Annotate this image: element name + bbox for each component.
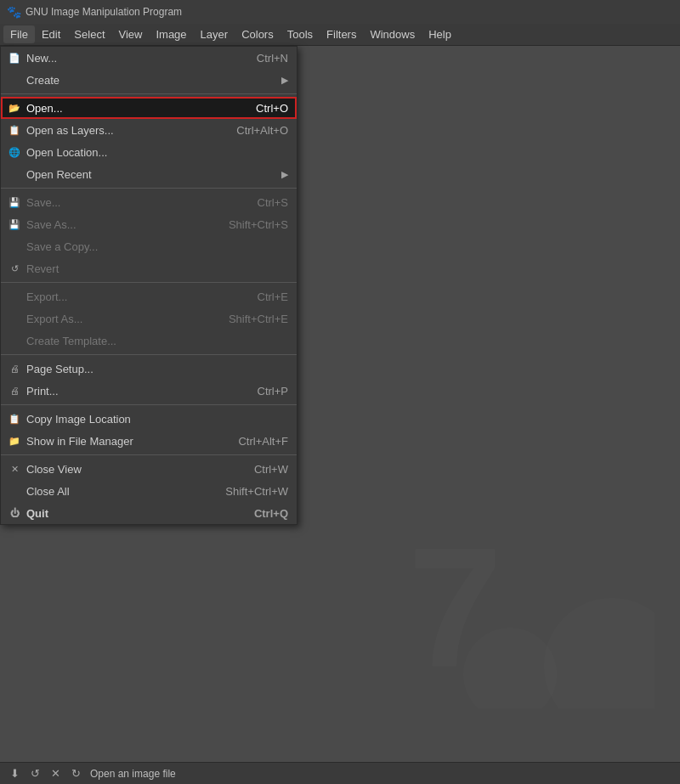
app-title: GNU Image Manipulation Program — [26, 6, 182, 18]
menu-bar-item-windows[interactable]: Windows — [363, 25, 422, 43]
menu-item-open-as-layers[interactable]: 📋Open as Layers...Ctrl+Alt+O — [1, 119, 297, 141]
menu-bar-item-edit[interactable]: Edit — [35, 25, 67, 43]
title-bar: 🐾 GNU Image Manipulation Program — [0, 0, 680, 24]
menu-item-open-recent[interactable]: Open Recent▶ — [1, 163, 297, 185]
menu-item-label-create-template: Create Template... — [26, 335, 288, 347]
menu-item-icon-open-as-layers: 📋 — [8, 123, 21, 137]
menu-bar-item-file[interactable]: File — [3, 25, 35, 43]
menu-item-arrow-open-recent: ▶ — [281, 169, 288, 180]
menu-item-label-page-setup: Page Setup... — [26, 363, 288, 375]
menu-item-icon-revert: ↺ — [8, 262, 21, 275]
menu-item-icon-quit: ⏻ — [8, 506, 21, 520]
menu-item-icon-save-as: 💾 — [8, 217, 21, 231]
menu-separator-after-open-recent — [1, 188, 297, 189]
menu-item-copy-image-location[interactable]: 📋Copy Image Location — [1, 408, 297, 430]
menu-item-shortcut-export-as: Shift+Ctrl+E — [229, 313, 288, 325]
menu-item-label-open-as-layers: Open as Layers... — [26, 124, 219, 137]
gimp-watermark: 7 — [400, 496, 654, 711]
menu-item-label-save-as: Save As... — [26, 218, 212, 231]
menu-item-shortcut-close-view: Ctrl+W — [254, 463, 288, 476]
status-icon-download[interactable]: ⬇ — [7, 766, 22, 781]
file-dropdown-menu: 📄New...Ctrl+NCreate▶📂Open...Ctrl+O📋Open … — [0, 46, 298, 525]
menu-item-label-close-all: Close All — [26, 485, 208, 498]
menu-item-revert: ↺Revert — [1, 257, 297, 279]
svg-point-1 — [544, 598, 654, 708]
menu-item-print[interactable]: 🖨Print...Ctrl+P — [1, 380, 297, 402]
status-icon-undo[interactable]: ↺ — [27, 766, 42, 781]
menu-item-new[interactable]: 📄New...Ctrl+N — [1, 47, 297, 69]
menu-bar-item-image[interactable]: Image — [149, 25, 193, 43]
menu-bar-item-help[interactable]: Help — [422, 25, 458, 43]
menu-item-label-close-view: Close View — [26, 463, 237, 476]
menu-separator-after-create — [1, 93, 297, 94]
menu-item-label-create: Create — [26, 74, 278, 87]
menu-item-shortcut-open: Ctrl+O — [256, 102, 288, 115]
status-icons: ⬇ ↺ ✕ ↻ — [7, 766, 83, 781]
menu-item-label-quit: Quit — [26, 507, 237, 520]
menu-item-label-open-location: Open Location... — [26, 146, 288, 159]
menu-item-save: 💾Save...Ctrl+S — [1, 191, 297, 213]
menu-item-icon-page-setup: 🖨 — [8, 362, 21, 375]
menu-separator-after-show-in-file-manager — [1, 454, 297, 455]
menu-item-label-save: Save... — [26, 196, 241, 209]
menu-item-shortcut-quit: Ctrl+Q — [254, 507, 288, 520]
menu-item-icon-print: 🖨 — [8, 384, 21, 398]
menu-bar-item-filters[interactable]: Filters — [320, 25, 363, 43]
menu-item-show-in-file-manager[interactable]: 📁Show in File ManagerCtrl+Alt+F — [1, 430, 297, 452]
menu-separator-after-create-template — [1, 354, 297, 355]
menu-item-shortcut-close-all: Shift+Ctrl+W — [225, 485, 288, 498]
menu-item-label-print: Print... — [26, 385, 241, 398]
menu-item-create[interactable]: Create▶ — [1, 69, 297, 91]
menu-bar-item-tools[interactable]: Tools — [280, 25, 320, 43]
status-bar: ⬇ ↺ ✕ ↻ Open an image file — [0, 762, 680, 784]
menu-item-icon-new: 📄 — [8, 51, 21, 65]
menu-item-icon-close-view: ✕ — [8, 462, 21, 476]
menu-item-icon-open-location: 🌐 — [8, 145, 21, 159]
menu-bar: FileEditSelectViewImageLayerColorsToolsF… — [0, 24, 680, 46]
menu-item-save-as: 💾Save As...Shift+Ctrl+S — [1, 213, 297, 235]
menu-bar-item-view[interactable]: View — [112, 25, 150, 43]
menu-item-icon-open: 📂 — [8, 101, 21, 115]
menu-item-open-location[interactable]: 🌐Open Location... — [1, 141, 297, 163]
app-icon: 🐾 — [7, 5, 20, 19]
menu-bar-item-colors[interactable]: Colors — [235, 25, 280, 43]
menu-item-label-revert: Revert — [26, 262, 288, 275]
menu-item-label-new: New... — [26, 52, 240, 65]
menu-item-create-template: Create Template... — [1, 330, 297, 352]
menu-item-export-as: Export As...Shift+Ctrl+E — [1, 307, 297, 330]
status-icon-redo[interactable]: ↻ — [68, 766, 83, 781]
menu-bar-item-select[interactable]: Select — [67, 25, 111, 43]
menu-item-label-copy-image-location: Copy Image Location — [26, 413, 288, 426]
menu-item-shortcut-export: Ctrl+E — [258, 290, 288, 303]
menu-item-icon-show-in-file-manager: 📁 — [8, 434, 21, 448]
menu-item-label-show-in-file-manager: Show in File Manager — [26, 435, 221, 448]
menu-item-open[interactable]: 📂Open...Ctrl+O — [1, 97, 297, 119]
menu-item-shortcut-save: Ctrl+S — [258, 196, 288, 209]
menu-item-icon-save: 💾 — [8, 195, 21, 209]
menu-item-arrow-create: ▶ — [281, 75, 288, 86]
menu-separator-after-print — [1, 404, 297, 405]
menu-item-label-export-as: Export As... — [26, 313, 212, 325]
menu-item-shortcut-save-as: Shift+Ctrl+S — [229, 218, 288, 231]
status-icon-delete[interactable]: ✕ — [48, 766, 63, 781]
menu-separator-after-revert — [1, 282, 297, 283]
menu-item-label-save-copy: Save a Copy... — [26, 240, 288, 253]
menu-item-export: Export...Ctrl+E — [1, 285, 297, 307]
menu-item-close-view[interactable]: ✕Close ViewCtrl+W — [1, 458, 297, 480]
menu-item-label-export: Export... — [26, 290, 241, 303]
menu-item-save-copy: Save a Copy... — [1, 235, 297, 257]
status-text: Open an image file — [90, 768, 176, 780]
menu-item-label-open-recent: Open Recent — [26, 168, 278, 181]
menu-item-icon-copy-image-location: 📋 — [8, 412, 21, 426]
menu-item-shortcut-new: Ctrl+N — [257, 52, 288, 65]
menu-item-label-open: Open... — [26, 102, 239, 115]
menu-item-shortcut-show-in-file-manager: Ctrl+Alt+F — [238, 435, 288, 448]
menu-item-page-setup[interactable]: 🖨Page Setup... — [1, 358, 297, 380]
menu-item-quit[interactable]: ⏻QuitCtrl+Q — [1, 502, 297, 524]
menu-bar-item-layer[interactable]: Layer — [194, 25, 235, 43]
menu-item-shortcut-open-as-layers: Ctrl+Alt+O — [236, 124, 288, 137]
menu-item-close-all[interactable]: Close AllShift+Ctrl+W — [1, 480, 297, 502]
menu-item-shortcut-print: Ctrl+P — [258, 385, 288, 398]
